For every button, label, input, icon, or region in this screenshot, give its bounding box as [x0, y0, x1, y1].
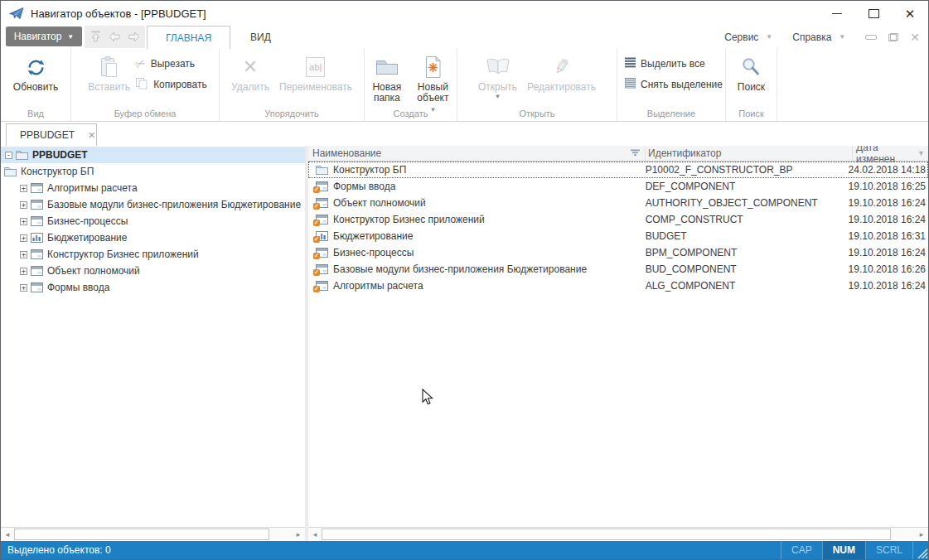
rename-button[interactable]: ab| Переименовать — [274, 51, 357, 93]
window-minimize-button[interactable] — [819, 1, 855, 26]
tab-close-icon[interactable]: ✕ — [88, 130, 95, 141]
row-date: 19.10.2018 16:26 — [849, 263, 928, 275]
scrollbar-thumb[interactable] — [322, 529, 891, 540]
select-all-button[interactable]: Выделить все — [625, 56, 723, 71]
filter-icon[interactable] — [631, 147, 640, 159]
row-date: 19.10.2018 16:24 — [849, 197, 928, 209]
app-window: Навигатор объектов - [PPBUDGET] ✕ Навига… — [0, 0, 929, 560]
table-row[interactable]: ✓ Объект полномочий AUTHORITY_OBJECT_COM… — [308, 195, 928, 211]
expand-plus-icon[interactable]: + — [20, 185, 27, 192]
collapse-minus-icon[interactable]: - — [5, 152, 12, 159]
tree-root-node[interactable]: - PPBUDGET — [1, 147, 305, 163]
tree-item[interactable]: Конструктор БП — [1, 163, 305, 180]
back-button[interactable] — [109, 31, 121, 43]
open-button[interactable]: Открыть ▼ — [473, 51, 522, 99]
scroll-left-icon[interactable]: ◂ — [308, 528, 322, 541]
scroll-left-icon[interactable]: ◂ — [1, 528, 14, 541]
chevron-down-icon[interactable]: ▼ — [917, 149, 925, 157]
table-row[interactable]: ✓ Базовые модули бизнес-приложения Бюдже… — [308, 261, 928, 278]
component-icon — [31, 266, 43, 276]
go-up-button[interactable] — [90, 31, 102, 43]
ribbon-tab-view[interactable]: ВИД — [232, 26, 289, 48]
table-row[interactable]: ✓ Алгоритмы расчета ALG_COMPONENT 19.10.… — [308, 278, 928, 294]
rename-button-label: Переименовать — [279, 82, 352, 93]
expand-plus-icon[interactable]: + — [20, 251, 27, 258]
component-icon: ✓ — [316, 181, 328, 191]
ribbon-group-selection: Выделить все Снять выделение Выделение — [617, 48, 726, 121]
new-folder-button[interactable]: Новая папка — [365, 51, 409, 104]
keyboard-indicators: CAP NUM SCRL — [781, 541, 928, 559]
edit-button[interactable]: ✎ Редактировать — [522, 51, 601, 93]
tree-item[interactable]: + Базовые модули бизнес-приложения Бюдже… — [1, 196, 305, 213]
deselect-button[interactable]: Снять выделение — [625, 77, 723, 92]
expand-plus-icon[interactable]: + — [20, 268, 27, 275]
tree-item[interactable]: + Объект полномочий — [1, 263, 305, 279]
mdi-minimize-button[interactable] — [865, 35, 877, 40]
delete-button[interactable]: ✕ Удалить — [226, 51, 274, 93]
num-lock-indicator: NUM — [822, 541, 865, 559]
ribbon-group-view-label: Вид — [1, 109, 70, 118]
column-header-date-label: Дата изменен — [856, 146, 917, 165]
forward-button[interactable] — [128, 31, 140, 43]
mdi-close-button[interactable]: ✕ — [910, 31, 920, 43]
new-object-icon — [423, 52, 443, 82]
mdi-window-controls: ✕ — [865, 31, 920, 43]
tree-item-label: Конструктор Бизнес приложений — [47, 249, 199, 260]
tree-item[interactable]: + Конструктор Бизнес приложений — [1, 246, 305, 263]
checked-badge-icon: ✓ — [313, 236, 320, 243]
scroll-right-icon[interactable]: ▸ — [915, 528, 928, 541]
expand-plus-icon[interactable]: + — [20, 201, 27, 209]
expand-plus-icon[interactable]: + — [20, 284, 27, 292]
table-row[interactable]: ✓ Бизнес-процессы BPM_COMPONENT 19.10.20… — [308, 244, 928, 261]
table-row[interactable]: Конструктор БП P10002_F_CONSTRUCTOR_BP 2… — [308, 162, 928, 178]
tree-item[interactable]: + Формы ввода — [1, 279, 305, 296]
window-close-button[interactable]: ✕ — [892, 1, 928, 26]
new-object-button[interactable]: Новый объект ▼ — [409, 51, 457, 114]
mdi-restore-button[interactable] — [888, 33, 898, 41]
row-name: Бюджетирование — [333, 230, 413, 242]
ribbon-group-search-label: Поиск — [726, 109, 777, 118]
column-header-date[interactable]: Дата изменен ▼ — [853, 146, 928, 161]
tree-item-label: Алгоритмы расчета — [47, 182, 138, 194]
tree-item[interactable]: + Бюджетирование — [1, 229, 305, 246]
row-date: 19.10.2018 16:31 — [849, 230, 928, 242]
paste-button[interactable]: Вставить — [83, 51, 135, 93]
scroll-right-icon[interactable]: ▸ — [292, 528, 305, 541]
ribbon-tab-home[interactable]: ГЛАВНАЯ — [147, 26, 230, 49]
table-row[interactable]: ✓ Конструктор Бизнес приложений COMP_CON… — [308, 211, 928, 228]
search-button[interactable]: Поиск — [733, 51, 770, 93]
scrollbar-thumb[interactable] — [14, 529, 269, 540]
document-tab-ppbudget[interactable]: PPBUDGET ✕ — [6, 123, 97, 146]
scissors-icon: ✂ — [133, 55, 148, 73]
menu-help[interactable]: Справка ▼ — [784, 31, 854, 43]
tree-root-label: PPBUDGET — [32, 149, 88, 161]
ribbon-group-view: Обновить Вид — [1, 48, 71, 121]
expand-plus-icon[interactable]: + — [20, 218, 27, 225]
tree-item[interactable]: + Алгоритмы расчета — [1, 180, 305, 196]
navigator-app-button[interactable]: Навигатор ▼ — [6, 27, 82, 46]
refresh-button[interactable]: Обновить — [8, 51, 63, 93]
tree-item-label: Объект полномочий — [47, 265, 140, 277]
resize-grip[interactable] — [912, 541, 928, 559]
tree-horizontal-scrollbar[interactable]: ◂ ▸ — [1, 527, 305, 541]
component-icon: ✓ — [316, 215, 328, 224]
object-grid-pane: Наименование Идентификатор Дата изменен … — [308, 146, 928, 527]
row-date: 19.10.2018 16:25 — [849, 181, 928, 192]
menu-service[interactable]: Сервис ▼ — [716, 31, 781, 43]
copy-button[interactable]: Копировать — [135, 77, 207, 92]
grid-horizontal-scrollbar[interactable]: ◂ ▸ — [308, 527, 928, 541]
ribbon-group-arrange-label: Упорядочить — [220, 109, 364, 118]
row-name: Формы ввода — [333, 181, 395, 192]
cut-button[interactable]: ✂ Вырезать — [135, 56, 207, 71]
row-name: Алгоритмы расчета — [333, 280, 423, 292]
column-header-id[interactable]: Идентификатор — [646, 146, 853, 161]
tree-item[interactable]: + Бизнес-процессы — [1, 213, 305, 229]
expand-plus-icon[interactable]: + — [20, 234, 27, 242]
table-row[interactable]: ✓ Формы ввода DEF_COMPONENT 19.10.2018 1… — [308, 178, 928, 195]
table-row[interactable]: ✓ Бюджетирование BUDGET 19.10.2018 16:31 — [308, 228, 928, 244]
row-id: BUD_COMPONENT — [643, 263, 849, 275]
chevron-down-icon: ▼ — [766, 33, 772, 41]
column-header-name[interactable]: Наименование — [308, 146, 646, 161]
ribbon-filler — [777, 48, 928, 121]
window-maximize-button[interactable] — [855, 1, 892, 26]
